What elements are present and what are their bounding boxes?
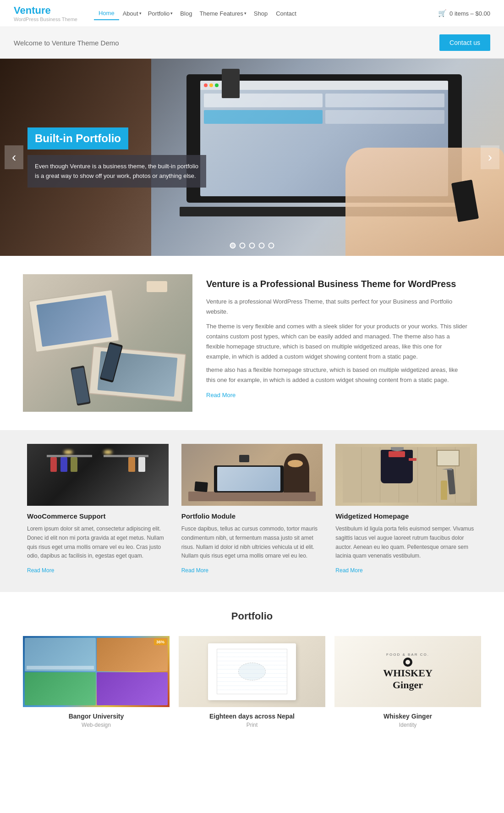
- slider-content: Built-in Portfolio Even though Venture i…: [27, 127, 206, 188]
- col-1-image: [27, 444, 169, 506]
- col-3-image: [335, 444, 477, 506]
- portfolio-1-title: Bangor University: [23, 713, 170, 720]
- col-2-title: Portfolio Module: [181, 512, 323, 520]
- feature-image: [23, 274, 192, 412]
- col-2-image: [181, 444, 323, 506]
- portfolio-1-category: Web-design: [23, 722, 170, 728]
- portfolio-thumb-2[interactable]: [179, 636, 325, 707]
- contact-us-button[interactable]: Contact us: [439, 34, 490, 51]
- slider-next-button[interactable]: ›: [481, 145, 499, 169]
- logo-title[interactable]: Venture: [14, 5, 77, 17]
- cart-label: 0 items – $0.00: [449, 10, 490, 17]
- logo-subtitle: WordPress Business Theme: [14, 17, 77, 22]
- portfolio-3-category: Identity: [334, 722, 481, 728]
- col-portfolio: Portfolio Module Fusce dapibus, tellus a…: [175, 444, 329, 574]
- hero-slider: Built-in Portfolio Even though Venture i…: [0, 59, 504, 256]
- slider-dot-3[interactable]: [249, 243, 255, 249]
- portfolio-section: Portfolio 36% Bangor University Web-des: [0, 592, 504, 747]
- slider-mug: [222, 69, 240, 99]
- col-2-read-more[interactable]: Read More: [181, 567, 208, 574]
- col-1-title: WooCommerce Support: [27, 512, 169, 520]
- nav-blog[interactable]: Blog: [176, 7, 196, 20]
- feature-text: Venture is a Professional Business Theme…: [192, 274, 481, 412]
- portfolio-item-1: 36% Bangor University Web-design: [23, 636, 170, 728]
- feature-read-more[interactable]: Read More: [206, 392, 236, 398]
- main-nav: Home About▾ Portfolio▾ Blog Theme Featur…: [94, 7, 438, 20]
- portfolio-thumb-3[interactable]: FOOD & BAR CO. WHISKEY Ginger: [334, 636, 481, 707]
- welcome-bar: Welcome to Venture Theme Demo Contact us: [0, 27, 504, 59]
- col-woocommerce: WooCommerce Support Lorem ipsum dolor si…: [21, 444, 175, 574]
- col-3-read-more[interactable]: Read More: [335, 567, 362, 574]
- slider-dot-5[interactable]: [268, 243, 274, 249]
- welcome-text: Welcome to Venture Theme Demo: [14, 39, 119, 47]
- portfolio-item-3: FOOD & BAR CO. WHISKEY Ginger Whiskey Gi…: [334, 636, 481, 728]
- cart-area[interactable]: 🛒 0 items – $0.00: [438, 9, 490, 17]
- col-widgetized: Widgetized Homepage Vestibulum id ligula…: [329, 444, 483, 574]
- feature-para3: theme also has a flexible homepage struc…: [206, 365, 467, 385]
- col-3-title: Widgetized Homepage: [335, 512, 477, 520]
- logo-area: Venture WordPress Business Theme: [14, 5, 77, 22]
- nav-portfolio[interactable]: Portfolio▾: [145, 7, 176, 20]
- col-2-body: Fusce dapibus, tellus ac cursus commodo,…: [181, 525, 323, 561]
- three-columns-section: WooCommerce Support Lorem ipsum dolor si…: [0, 430, 504, 592]
- feature-heading: Venture is a Professional Business Theme…: [206, 278, 467, 290]
- slider-prev-button[interactable]: ‹: [5, 145, 23, 169]
- slider-dot-2[interactable]: [240, 243, 246, 249]
- slider-dot-4[interactable]: [259, 243, 265, 249]
- col-3-body: Vestibulum id ligula porta felis euismod…: [335, 525, 477, 561]
- feature-section: Venture is a Professional Business Theme…: [0, 256, 504, 430]
- slider-title: Built-in Portfolio: [27, 127, 128, 149]
- slider-dots: [230, 243, 274, 249]
- header: Venture WordPress Business Theme Home Ab…: [0, 0, 504, 27]
- portfolio-heading: Portfolio: [23, 610, 481, 622]
- portfolio-2-title: Eighteen days across Nepal: [179, 713, 325, 720]
- nav-home[interactable]: Home: [94, 7, 119, 20]
- slider-description: Even though Venture is a business theme,…: [27, 155, 206, 188]
- nav-about[interactable]: About▾: [120, 7, 144, 20]
- cart-icon: 🛒: [438, 9, 447, 17]
- portfolio-3-title: Whiskey Ginger: [334, 713, 481, 720]
- portfolio-item-2: Eighteen days across Nepal Print: [179, 636, 325, 728]
- col-1-read-more[interactable]: Read More: [27, 567, 54, 574]
- feature-para2: The theme is very flexible and comes wit…: [206, 321, 467, 362]
- slider-dot-1[interactable]: [230, 243, 236, 249]
- nav-theme-features[interactable]: Theme Features▾: [197, 7, 249, 20]
- portfolio-2-category: Print: [179, 722, 325, 728]
- feature-para1: Venture is a professional WordPress Them…: [206, 297, 467, 317]
- nav-contact[interactable]: Contact: [272, 7, 300, 20]
- portfolio-thumb-1[interactable]: 36%: [23, 636, 170, 707]
- col-1-body: Lorem ipsum dolor sit amet, consectetur …: [27, 525, 169, 561]
- nav-shop[interactable]: Shop: [250, 7, 271, 20]
- portfolio-grid: 36% Bangor University Web-design Eightee…: [23, 636, 481, 728]
